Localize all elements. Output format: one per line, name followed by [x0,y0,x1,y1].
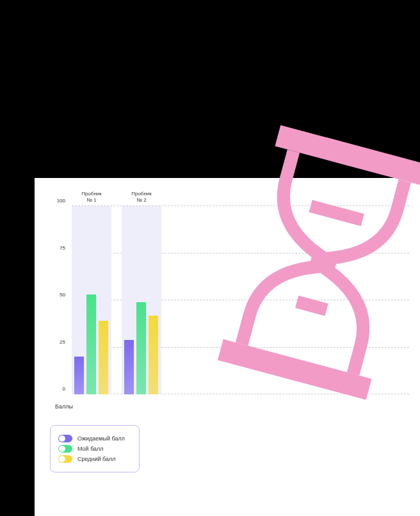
legend-item-expected: Ожидаемый балл [58,435,131,442]
group-title: Пробник№ 1 [72,191,111,203]
bar [74,357,84,394]
toggle-avg[interactable] [58,455,72,463]
legend-item-avg: Средний балл [58,455,131,463]
y-tick: 75 [60,245,65,250]
y-tick: 100 [57,198,65,204]
legend-label: Средний балл [77,456,116,462]
y-axis-label: Баллы [55,403,409,410]
bar [136,302,146,394]
chart: 0255075100 Пробник№ 1Пробник№ 2 [50,189,409,401]
legend-label: Мой балл [77,446,104,452]
bar-group: Пробник№ 1 [72,206,111,394]
legend-label: Ожидаемый балл [77,435,125,442]
y-tick: 0 [63,386,65,392]
y-tick: 50 [60,292,65,298]
legend: Ожидаемый балл Мой балл Средний балл [50,425,140,472]
group-title: Пробник№ 2 [122,191,161,203]
bar [149,316,158,394]
y-axis: 0255075100 [50,206,69,394]
bar-group: Пробник№ 2 [122,206,161,394]
bar [99,321,108,394]
bar [86,294,96,394]
y-tick: 25 [60,339,65,344]
plot-area: Пробник№ 1Пробник№ 2 [72,206,409,394]
bar [124,340,134,394]
toggle-my[interactable] [58,445,72,453]
chart-card: 0255075100 Пробник№ 1Пробник№ 2 Баллы Ож… [35,178,420,516]
toggle-expected[interactable] [58,435,72,442]
svg-rect-0 [275,125,420,186]
legend-item-my: Мой балл [58,445,131,453]
